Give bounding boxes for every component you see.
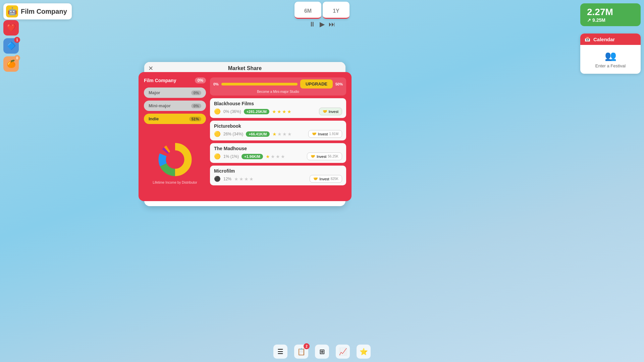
orange-badge: 0 (14, 55, 20, 61)
bottom-nav-grid[interactable]: ⊞ (315, 345, 329, 359)
company-pct: 0% (195, 77, 206, 83)
task-badge: 1 (14, 37, 20, 43)
invest-button-2[interactable]: 🤝 Invest 56.25K (307, 153, 342, 160)
money-main: 2.27M (587, 7, 634, 17)
dist-income-1: +66.41K/M (246, 131, 269, 137)
timer-controls: ⏸ ▶ ⏭ (309, 20, 335, 28)
dist-income-0: +281.25K/M (244, 109, 269, 114)
festival-label: Enter a Festival (586, 63, 635, 68)
calendar-header: 📅 Calendar (580, 34, 641, 45)
dist-name-3: Microfilm (214, 168, 342, 174)
company-label: Film Company (144, 78, 176, 83)
dist-row-2: 🟡 1% (1%) +1.96K/M ★ ★ ★ ★ 🤝 Invest 56.2… (214, 153, 342, 160)
years-timer: 1Y (323, 2, 350, 19)
major-btn-wrapper: Major 0% (144, 87, 206, 98)
app-button[interactable]: 🤖 Film Company (3, 3, 72, 19)
indie-btn-wrapper: Indie 51% ◀ (144, 114, 206, 124)
dist-icon-3: ⚫ (214, 176, 221, 182)
fast-forward-button[interactable]: ⏭ (329, 20, 335, 28)
dist-pct-3: 12% (223, 177, 231, 181)
invest-amount-3: 825K (331, 177, 338, 181)
distributor-card-3: Microfilm ⚫ 12% ★ ★ ★ ★ 🤝 Invest 825K (210, 166, 346, 185)
money-sub: ↗ 9.25M (587, 17, 634, 23)
bottom-nav-favorites[interactable]: ⭐ (357, 345, 371, 359)
svg-point-6 (166, 150, 184, 168)
calendar-title: Calendar (593, 37, 615, 42)
dist-icon-0: 🟡 (214, 108, 221, 115)
dist-stars-2: ★ ★ ★ ★ (266, 154, 285, 159)
dist-icon-1: 🟡 (214, 131, 221, 137)
upgrade-button[interactable]: UPGRADE (300, 79, 333, 88)
upgrade-right-pct: 50% (335, 82, 343, 86)
dist-pct-0: 0% (36%) (223, 109, 241, 114)
bottom-nav-bar: ☰ 📋 2 ⊞ 📈 ⭐ (0, 345, 644, 359)
dist-name-0: Blackhouse Films (214, 101, 342, 106)
upgrade-section: 0% UPGRADE 50% Become a Mini-major Studi… (210, 77, 346, 96)
app-title: Film Company (21, 8, 67, 15)
invest-amount-1: 1.91M (329, 132, 338, 136)
left-panel: Film Company 0% Major 0% Mini-major 0% I… (144, 77, 206, 196)
upgrade-bar-row: 0% UPGRADE 50% (213, 79, 343, 88)
upgrade-subtitle: Become a Mini-major Studio (213, 90, 343, 94)
distributor-card-0: Blackhouse Films 🟡 0% (36%) +281.25K/M ★… (210, 98, 346, 118)
dist-stars-0: ★ ★ ★ ★ (272, 109, 291, 114)
distributor-card-1: Picturebook 🟡 26% (34%) +66.41K/M ★ ★ ★ … (210, 121, 346, 140)
months-timer: 6M (294, 2, 321, 19)
invest-button-3[interactable]: 🤝 Invest 825K (310, 175, 342, 183)
dist-stars-3: ★ ★ ★ ★ (234, 176, 254, 182)
donut-chart-container: Lifetime Income by Distributor (144, 129, 206, 196)
mini-major-btn-wrapper: Mini-major 0% (144, 101, 206, 111)
main-panel: Film Company 0% Major 0% Mini-major 0% I… (139, 72, 352, 201)
company-header: Film Company 0% (144, 77, 206, 83)
calendar-panel: 📅 Calendar 👥 Enter a Festival (580, 34, 641, 74)
dist-stars-1: ★ ★ ★ ★ (272, 131, 292, 137)
dist-row-1: 🟡 26% (34%) +66.41K/M ★ ★ ★ ★ 🤝 Invest 1… (214, 130, 342, 138)
dist-pct-2: 1% (1%) (223, 154, 239, 159)
bottom-nav-stats[interactable]: 📈 (336, 345, 350, 359)
tasks-badge: 2 (304, 343, 310, 349)
indie-category-button[interactable]: Indie 51% (144, 114, 206, 124)
money-sub-value: 9.25M (592, 17, 605, 23)
trend-up-icon: ↗ (587, 17, 591, 23)
robot-icon: 🤖 (6, 5, 18, 17)
dist-icon-2: 🟡 (214, 153, 221, 160)
mini-major-category-button[interactable]: Mini-major 0% (144, 101, 206, 111)
sidebar-icon-heart[interactable]: ❤️ (3, 20, 19, 36)
years-value: 1 (333, 8, 336, 14)
bottom-nav-menu[interactable]: ☰ (273, 345, 287, 359)
months-label: M (307, 8, 312, 14)
dist-row-3: ⚫ 12% ★ ★ ★ ★ 🤝 Invest 825K (214, 175, 342, 183)
dist-name-2: The Madhouse (214, 146, 342, 151)
active-arrow-icon: ◀ (206, 115, 211, 123)
calendar-icon: 📅 (584, 36, 591, 42)
play-button[interactable]: ▶ (320, 20, 325, 28)
upgrade-left-pct: 0% (213, 82, 219, 86)
right-panel: 0% UPGRADE 50% Become a Mini-major Studi… (210, 77, 346, 196)
festival-icon: 👥 (586, 50, 635, 61)
timer-section: 6M 1Y ⏸ ▶ ⏭ (294, 2, 350, 28)
dist-income-2: +1.96K/M (241, 154, 263, 159)
bottom-nav-tasks[interactable]: 📋 2 (294, 345, 308, 359)
invest-button-1[interactable]: 🤝 Invest 1.91M (308, 130, 342, 138)
sidebar-icon-tasks[interactable]: 🔷 1 (3, 38, 19, 54)
sidebar-icon-orange[interactable]: 🍊 0 (3, 56, 19, 72)
upgrade-progress-bar (221, 83, 298, 85)
chart-label: Lifetime Income by Distributor (153, 181, 197, 184)
invest-button-0[interactable]: 🤝 Invest (319, 108, 342, 115)
years-label: Y (336, 8, 339, 14)
invest-amount-2: 56.25K (328, 155, 338, 158)
timer-boxes: 6M 1Y (294, 2, 350, 19)
donut-chart (157, 141, 194, 178)
dist-row-0: 🟡 0% (36%) +281.25K/M ★ ★ ★ ★ 🤝 Invest (214, 108, 342, 115)
months-value: 6 (304, 8, 307, 14)
modal-close-button[interactable]: ✕ (148, 65, 153, 72)
pause-button[interactable]: ⏸ (309, 20, 316, 28)
sidebar-icons: ❤️ 🔷 1 🍊 0 (3, 20, 19, 72)
enter-festival-button[interactable]: 👥 Enter a Festival (580, 45, 641, 74)
distributor-card-2: The Madhouse 🟡 1% (1%) +1.96K/M ★ ★ ★ ★ … (210, 143, 346, 163)
money-display: 2.27M ↗ 9.25M (580, 3, 641, 26)
major-category-button[interactable]: Major 0% (144, 87, 206, 98)
modal-title: Market Share (228, 65, 262, 71)
dist-pct-1: 26% (34%) (223, 132, 243, 136)
dist-name-1: Picturebook (214, 123, 342, 129)
